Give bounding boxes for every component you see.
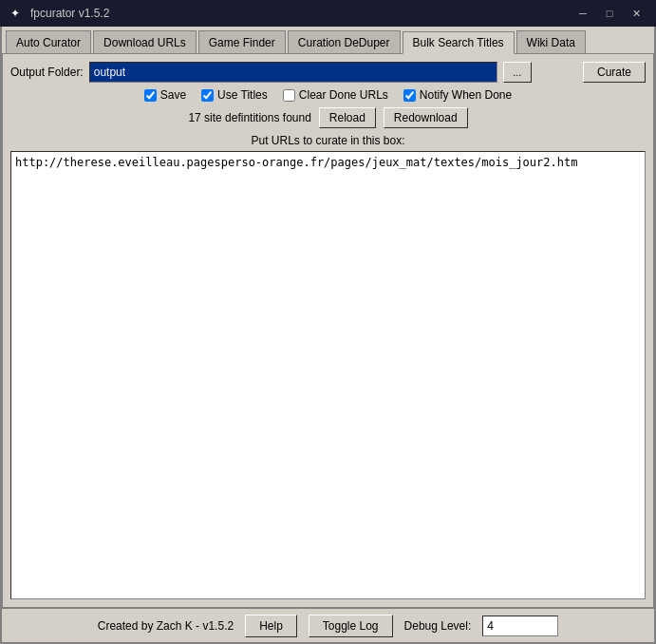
tab-curation-deduper[interactable]: Curation DeDuper (288, 30, 401, 53)
title-bar-left: ✦ fpcurator v1.5.2 (8, 6, 109, 21)
output-folder-label: Output Folder: (10, 66, 84, 79)
tab-bar: Auto Curator Download URLs Game Finder C… (2, 27, 654, 53)
use-titles-label: Use Titles (217, 88, 268, 102)
notify-when-done-checkbox-label[interactable]: Notify When Done (403, 88, 512, 102)
tab-wiki-data[interactable]: Wiki Data (516, 30, 586, 53)
debug-label: Debug Level: (404, 619, 472, 633)
tab-download-urls[interactable]: Download URLs (93, 30, 197, 53)
use-titles-checkbox[interactable] (201, 89, 214, 102)
clear-done-urls-checkbox-label[interactable]: Clear Done URLs (283, 88, 388, 102)
close-button[interactable]: ✕ (624, 4, 648, 23)
save-checkbox[interactable] (144, 89, 157, 102)
tab-bulk-search-titles[interactable]: Bulk Search Titles (403, 31, 515, 54)
notify-when-done-checkbox[interactable] (403, 89, 416, 102)
footer-credit: Created by Zach K - v1.5.2 (98, 619, 234, 633)
clear-done-urls-checkbox[interactable] (283, 89, 295, 102)
app-icon: ✦ (8, 6, 23, 21)
save-checkbox-label[interactable]: Save (144, 88, 186, 102)
main-window: Auto Curator Download URLs Game Finder C… (0, 27, 656, 644)
output-folder-row: Output Folder: ... Curate (10, 62, 646, 83)
reload-button[interactable]: Reload (319, 107, 376, 128)
title-bar: ✦ fpcurator v1.5.2 ─ □ ✕ (0, 0, 656, 27)
maximize-button[interactable]: □ (597, 4, 622, 23)
use-titles-checkbox-label[interactable]: Use Titles (201, 88, 268, 102)
title-bar-controls: ─ □ ✕ (571, 4, 648, 23)
notify-when-done-label: Notify When Done (420, 88, 512, 102)
curate-button[interactable]: Curate (583, 62, 646, 83)
toggle-log-button[interactable]: Toggle Log (309, 615, 393, 637)
browse-button[interactable]: ... (503, 62, 532, 83)
definitions-row: 17 site defintitions found Reload Redown… (10, 107, 646, 128)
checkboxes-row: Save Use Titles Clear Done URLs Notify W… (10, 88, 646, 102)
minimize-button[interactable]: ─ (571, 4, 595, 23)
url-textarea[interactable] (10, 151, 646, 599)
tab-game-finder[interactable]: Game Finder (198, 30, 286, 53)
title-bar-title: fpcurator v1.5.2 (30, 7, 109, 20)
tab-content: Output Folder: ... Curate Save Use Title… (2, 53, 654, 608)
clear-done-urls-label: Clear Done URLs (299, 88, 388, 102)
help-button[interactable]: Help (245, 615, 297, 637)
footer: Created by Zach K - v1.5.2 Help Toggle L… (2, 608, 654, 642)
definitions-text: 17 site defintitions found (188, 111, 310, 124)
instruction-text: Put URLs to curate in this box: (10, 134, 646, 147)
save-label: Save (160, 88, 186, 102)
output-folder-input[interactable] (89, 62, 497, 83)
debug-level-input[interactable] (482, 616, 558, 636)
tab-auto-curator[interactable]: Auto Curator (6, 30, 91, 53)
redownload-button[interactable]: Redownload (384, 107, 468, 128)
